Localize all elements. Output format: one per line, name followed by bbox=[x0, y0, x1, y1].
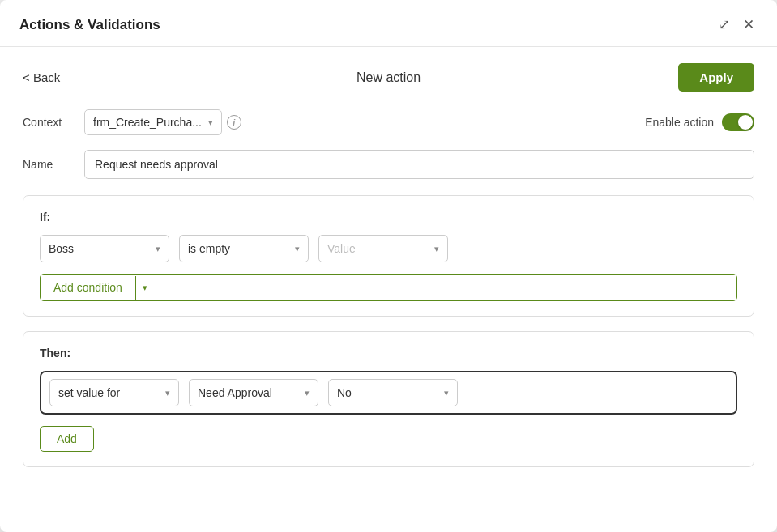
add-condition-chevron-icon: ▾ bbox=[143, 283, 147, 292]
then-label: Then: bbox=[40, 347, 737, 360]
close-icon: ✕ bbox=[743, 16, 754, 33]
then-action-type-dropdown[interactable]: set value for ▾ bbox=[49, 379, 179, 406]
condition-value-placeholder: Value bbox=[327, 242, 428, 255]
condition-value-dropdown[interactable]: Value ▾ bbox=[318, 235, 448, 262]
then-action-type-value: set value for bbox=[58, 386, 159, 399]
then-value-chevron-icon: ▾ bbox=[444, 388, 449, 398]
modal-title: Actions & Validations bbox=[19, 17, 160, 33]
modal-container: Actions & Validations ⤢ ✕ < Back New act… bbox=[0, 0, 777, 532]
close-button[interactable]: ✕ bbox=[740, 15, 758, 35]
enable-action-row: Enable action bbox=[645, 113, 754, 131]
add-button[interactable]: Add bbox=[40, 426, 94, 452]
context-value: frm_Create_Purcha... bbox=[93, 116, 202, 129]
then-value-text: No bbox=[337, 386, 438, 399]
enable-action-toggle[interactable] bbox=[722, 113, 754, 131]
enable-action-label: Enable action bbox=[645, 116, 714, 129]
back-button[interactable]: < Back bbox=[23, 70, 60, 84]
condition-field-chevron-icon: ▾ bbox=[156, 244, 160, 254]
modal-body: < Back New action Apply Context frm_Crea… bbox=[0, 47, 777, 504]
add-condition-arrow-btn[interactable]: ▾ bbox=[135, 276, 154, 300]
then-field-dropdown[interactable]: Need Approval ▾ bbox=[189, 379, 318, 406]
name-input[interactable] bbox=[84, 150, 754, 179]
context-dropdown[interactable]: frm_Create_Purcha... ▾ bbox=[84, 109, 222, 135]
expand-button[interactable]: ⤢ bbox=[715, 15, 733, 35]
action-bar-title: New action bbox=[356, 70, 421, 85]
context-row: Context frm_Create_Purcha... ▾ i Enable … bbox=[23, 109, 754, 135]
if-section: If: Boss ▾ is empty ▾ Value ▾ Add condit… bbox=[23, 195, 754, 317]
then-section: Then: set value for ▾ Need Approval ▾ No… bbox=[23, 331, 754, 467]
context-info-icon: i bbox=[227, 115, 241, 130]
name-field-wrapper bbox=[84, 150, 754, 179]
then-field-chevron-icon: ▾ bbox=[305, 388, 310, 398]
if-label: If: bbox=[40, 211, 737, 223]
then-value-dropdown[interactable]: No ▾ bbox=[328, 379, 458, 406]
condition-value-chevron-icon: ▾ bbox=[434, 244, 439, 254]
name-label: Name bbox=[23, 158, 71, 171]
condition-field-value: Boss bbox=[49, 242, 149, 255]
expand-icon: ⤢ bbox=[719, 16, 730, 33]
name-row: Name bbox=[23, 150, 754, 179]
condition-field-dropdown[interactable]: Boss ▾ bbox=[40, 235, 169, 262]
context-label: Context bbox=[23, 116, 71, 129]
back-label: < Back bbox=[23, 70, 60, 84]
action-bar: < Back New action Apply bbox=[23, 63, 754, 92]
then-action-row: set value for ▾ Need Approval ▾ No ▾ bbox=[40, 371, 737, 415]
add-condition-button[interactable]: Add condition ▾ bbox=[40, 274, 737, 301]
header-right: ⤢ ✕ bbox=[715, 15, 758, 35]
condition-operator-chevron-icon: ▾ bbox=[295, 244, 300, 254]
then-type-chevron-icon: ▾ bbox=[165, 388, 170, 398]
condition-operator-value: is empty bbox=[188, 242, 288, 255]
then-field-value: Need Approval bbox=[198, 386, 298, 399]
context-select-group: frm_Create_Purcha... ▾ i bbox=[84, 109, 241, 135]
apply-button[interactable]: Apply bbox=[678, 63, 754, 92]
modal-header: Actions & Validations ⤢ ✕ bbox=[0, 0, 777, 47]
condition-operator-dropdown[interactable]: is empty ▾ bbox=[179, 235, 309, 262]
add-condition-main-btn[interactable]: Add condition bbox=[41, 275, 135, 300]
context-chevron-icon: ▾ bbox=[208, 117, 213, 128]
conditions-row: Boss ▾ is empty ▾ Value ▾ bbox=[40, 235, 737, 262]
